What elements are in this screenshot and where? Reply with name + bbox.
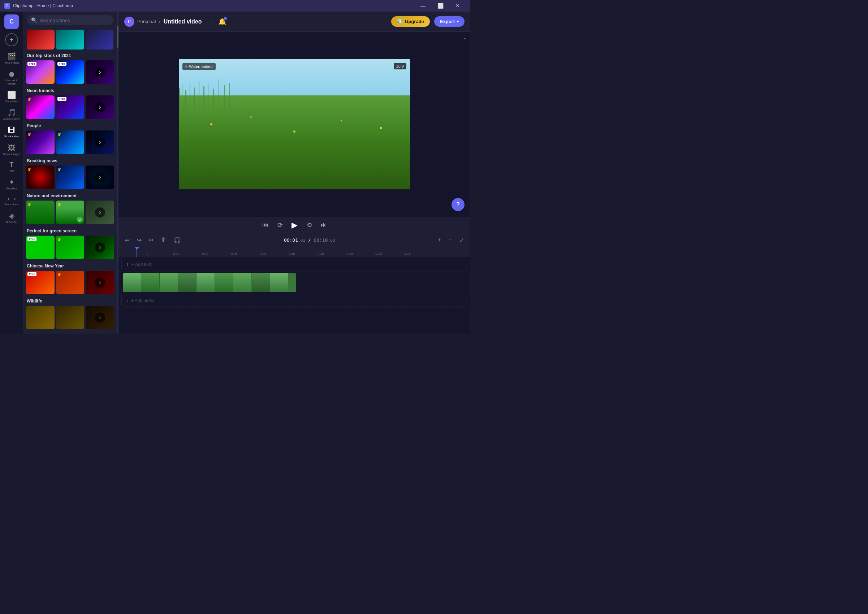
media-cell-more[interactable]: › xyxy=(85,270,114,294)
svg-rect-8 xyxy=(203,86,205,110)
sidebar-item-templates[interactable]: ⬜ Templates xyxy=(1,89,22,106)
media-cell[interactable]: ♛ xyxy=(26,201,54,224)
preview-thumb-1[interactable] xyxy=(27,30,54,50)
delete-button[interactable]: 🗑 xyxy=(158,235,169,245)
help-button[interactable]: ? xyxy=(451,198,465,211)
sidebar-item-transitions[interactable]: ⟷ Transitions xyxy=(1,194,22,208)
transitions-icon: ⟷ xyxy=(8,196,16,202)
add-text-bar[interactable]: T + Add text xyxy=(121,259,467,270)
timeline-content: 0 0:02 0:04 0:06 0:08 0:10 0:12 0:14 0:1… xyxy=(118,247,470,334)
notification-button[interactable]: 🔔 xyxy=(217,16,228,27)
skip-end-button[interactable]: ⏭ xyxy=(319,220,329,230)
badge-crown: ♛ xyxy=(28,167,31,172)
clip-thumb-8 xyxy=(252,273,270,292)
media-cell-more[interactable]: › xyxy=(85,306,114,329)
play-button[interactable]: ▶ xyxy=(290,219,299,231)
media-cell[interactable]: ♛ xyxy=(56,270,85,294)
skip-start-button[interactable]: ⏮ xyxy=(261,220,270,230)
media-cell[interactable] xyxy=(26,306,54,329)
video-clip[interactable] xyxy=(123,273,296,292)
cut-button[interactable]: ✂ xyxy=(147,235,156,245)
zoom-in-button[interactable]: + xyxy=(436,235,443,245)
media-cell[interactable]: ♛ xyxy=(56,236,85,259)
media-overlay: › xyxy=(85,306,114,329)
svg-point-16 xyxy=(293,131,296,133)
media-cell[interactable]: ♛ xyxy=(26,166,54,189)
search-input-wrap[interactable]: 🔍 xyxy=(27,15,113,25)
timeline-playhead[interactable] xyxy=(136,247,137,257)
more-button[interactable]: › xyxy=(95,173,105,182)
add-button[interactable]: + xyxy=(5,33,18,46)
sidebar-item-label: Stock images xyxy=(3,152,20,156)
media-cell-more[interactable]: › xyxy=(85,95,114,119)
more-button[interactable]: › xyxy=(95,278,105,288)
more-button[interactable]: › xyxy=(95,207,105,218)
media-cell-more[interactable]: › xyxy=(85,201,114,224)
sidebar-item-stock-images[interactable]: 🖼 Stock images xyxy=(1,142,22,158)
more-button[interactable]: › xyxy=(95,102,105,112)
ruler-mark-9: 0:18 xyxy=(393,252,422,255)
more-menu-button[interactable]: ⋯ xyxy=(205,16,214,27)
more-button[interactable]: › xyxy=(95,312,105,323)
sidebar-item-record-create[interactable]: ⏺ Record &create xyxy=(1,68,22,88)
media-cell[interactable]: ♛ xyxy=(26,95,54,119)
clip-thumb-9 xyxy=(270,273,288,292)
sidebar-item-brand-kit[interactable]: ◈ Brand kit xyxy=(1,210,22,226)
expand-button[interactable]: ⤢ xyxy=(457,235,466,245)
timeline-tracks: 0 0:02 0:04 0:06 0:08 0:10 0:12 0:14 0:1… xyxy=(118,247,470,334)
section-title-breaking-news: Breaking news xyxy=(27,158,113,163)
media-cell-more[interactable]: › xyxy=(85,61,114,84)
media-cell-more[interactable]: › xyxy=(85,131,114,154)
export-arrow-icon: ▾ xyxy=(457,20,459,23)
minimize-button[interactable]: — xyxy=(415,0,431,12)
fast-forward-button[interactable]: ⟲ xyxy=(305,220,313,230)
add-audio-bar[interactable]: ♪ + Add audio xyxy=(121,295,467,306)
more-button[interactable]: › xyxy=(95,67,105,77)
media-cell[interactable]: Free xyxy=(56,95,85,119)
sidebar-item-stock-video[interactable]: 🎞 Stock video xyxy=(1,124,22,141)
media-cell[interactable]: Free xyxy=(26,270,54,294)
ruler-mark-0: 0 xyxy=(133,252,162,255)
sidebar-item-music-sfx[interactable]: 🎵 Music & SFX xyxy=(1,107,22,123)
media-cell[interactable]: Free xyxy=(56,61,85,84)
redo-button[interactable]: ↪ xyxy=(135,235,144,245)
export-button[interactable]: Export ▾ xyxy=(434,16,465,27)
time-display: 00:01.01 / 00:10.03 xyxy=(284,238,335,243)
undo-button[interactable]: ↩ xyxy=(123,235,132,245)
more-button[interactable]: › xyxy=(95,137,105,148)
timeline-tools-left: ↩ ↪ ✂ 🗑 🎧 xyxy=(123,235,183,245)
detach-audio-button[interactable]: 🎧 xyxy=(172,235,183,245)
sidebar-item-graphics[interactable]: ✦ Graphics xyxy=(1,176,22,193)
rewind-button[interactable]: ⟳ xyxy=(276,220,284,230)
breadcrumb-personal[interactable]: Personal xyxy=(137,19,156,24)
editor-header: P Personal › Untitled video ⋯ 🔔 💎 Upgrad… xyxy=(118,12,470,32)
more-button[interactable]: › xyxy=(95,242,105,253)
media-cell[interactable]: Free xyxy=(26,61,54,84)
stock-video-icon: 🎞 xyxy=(8,126,15,134)
titlebar: C Clipchamp - Home | Clipchamp — ⬜ ✕ xyxy=(0,0,470,12)
sidebar-item-your-media[interactable]: 🎬 Your media xyxy=(1,51,22,67)
preview-thumb-2[interactable] xyxy=(56,30,84,50)
media-cell[interactable]: ♛ xyxy=(26,131,54,154)
media-grid-cny: Free ♛ › xyxy=(26,270,114,294)
preview-thumb-3[interactable] xyxy=(85,30,113,50)
media-cell[interactable]: ♛ ✓ xyxy=(56,201,85,224)
media-cell[interactable]: Free xyxy=(26,236,54,259)
maximize-button[interactable]: ⬜ xyxy=(432,0,449,12)
media-cell-more[interactable]: › xyxy=(85,236,114,259)
sidebar-item-text[interactable]: T Text xyxy=(1,159,22,175)
icon-nav: C + 🎬 Your media ⏺ Record &create ⬜ Temp… xyxy=(0,12,23,334)
svg-rect-13 xyxy=(229,83,230,110)
media-cell[interactable]: ♛ xyxy=(56,131,85,154)
media-cell[interactable]: ♛ xyxy=(56,166,85,189)
close-button[interactable]: ✕ xyxy=(450,0,466,12)
media-cell-more[interactable]: › xyxy=(85,166,114,189)
search-input[interactable] xyxy=(40,18,109,23)
upgrade-button[interactable]: 💎 Upgrade xyxy=(391,16,430,27)
app-logo[interactable]: C xyxy=(4,14,19,29)
zoom-out-button[interactable]: − xyxy=(446,235,454,245)
collapse-button[interactable]: ⌄ xyxy=(463,35,467,40)
media-cell[interactable] xyxy=(56,306,85,329)
svg-point-14 xyxy=(210,123,212,125)
video-title[interactable]: Untitled video xyxy=(164,19,202,25)
